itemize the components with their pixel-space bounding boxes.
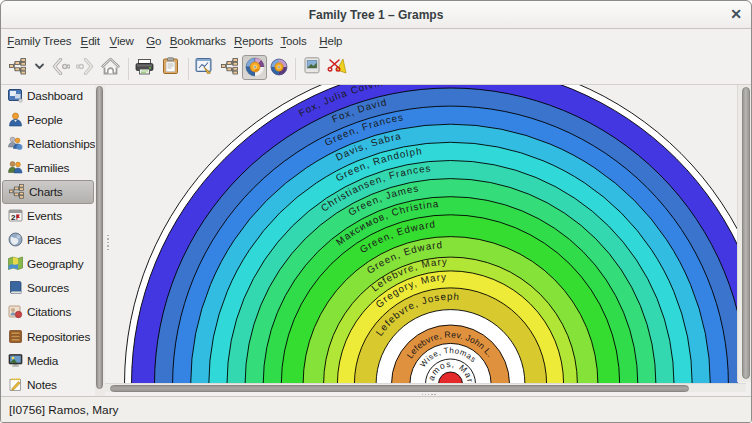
- svg-text:2: 2: [11, 213, 16, 222]
